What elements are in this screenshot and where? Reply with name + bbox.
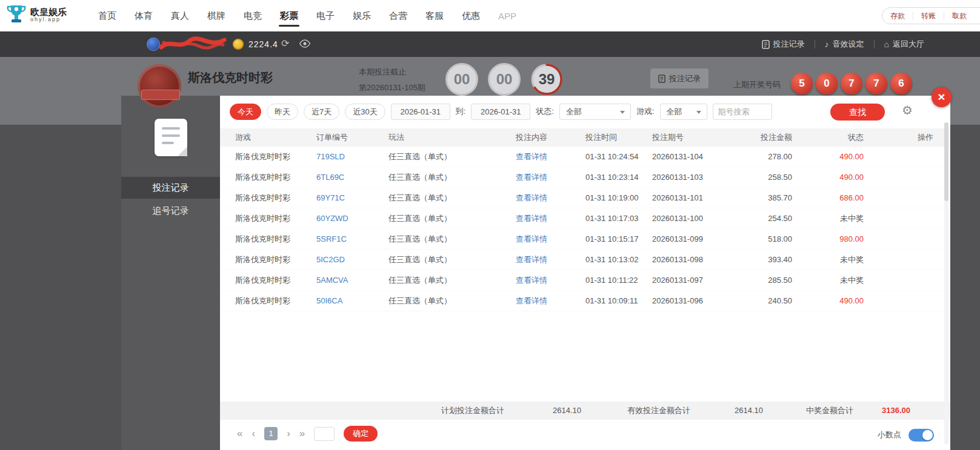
- wallet-buttons: 存款 转账 取款: [882, 7, 980, 24]
- view-detail-link[interactable]: 查看详情: [516, 193, 585, 203]
- status-value: 未中奖: [840, 276, 864, 285]
- view-detail-link[interactable]: 查看详情: [516, 213, 585, 224]
- bet-records-modal: 今天 昨天 近7天 近30天 2026-01-31 到: 2026-01-31 …: [220, 96, 950, 450]
- gear-icon[interactable]: ⚙: [902, 103, 913, 117]
- bet-records-button-dimmed[interactable]: 投注记录: [650, 68, 708, 88]
- brand-logo[interactable]: 欧皇娱乐 ohyl.app: [6, 4, 67, 27]
- cell-status: 686.00: [792, 193, 864, 202]
- document-icon: [658, 74, 665, 83]
- table-row: 斯洛伐克时时彩 5IC2GD 任三直选（单式） 查看详情 01-31 10:13…: [220, 250, 950, 270]
- cell-period: 20260131-098: [652, 255, 732, 264]
- last-page-button[interactable]: »: [299, 428, 305, 440]
- nav-item-service[interactable]: 客服: [424, 2, 445, 30]
- eye-icon[interactable]: [299, 39, 310, 48]
- cell-game: 斯洛伐克时时彩: [235, 296, 316, 306]
- refresh-icon[interactable]: ⟳: [281, 38, 289, 49]
- order-link[interactable]: 5IC2GD: [316, 255, 388, 264]
- date-from-input[interactable]: 2026-01-31: [391, 104, 450, 120]
- filter-bar: 今天 昨天 近7天 近30天 2026-01-31 到: 2026-01-31 …: [230, 103, 772, 120]
- close-icon[interactable]: ×: [932, 87, 952, 107]
- current-page[interactable]: 1: [264, 427, 278, 440]
- nav-item-slots[interactable]: 电子: [315, 2, 336, 30]
- prev-page-button[interactable]: ‹: [252, 428, 255, 440]
- top-nav: 欧皇娱乐 ohyl.app 首页 体育 真人 棋牌 电竞 彩票 电子 娱乐 合营…: [0, 0, 980, 31]
- order-link[interactable]: 69Y71C: [316, 193, 388, 202]
- nav-item-sports[interactable]: 体育: [133, 2, 154, 30]
- user-bar-links: 投注记录 ♪ 音效设定 ⌂ 返回大厅: [762, 31, 924, 57]
- cell-time: 01-31 10:23:14: [585, 173, 652, 182]
- sound-settings-link[interactable]: ♪ 音效设定: [825, 39, 864, 50]
- page-jump-input[interactable]: [314, 427, 335, 441]
- table-header: 游戏 订单编号 玩法 投注内容 投注时间 投注期号 投注金额 状态 操作: [220, 128, 950, 147]
- search-button[interactable]: 查找: [830, 104, 885, 121]
- plan-total-label: 计划投注金额合计: [441, 402, 504, 420]
- date-to-input[interactable]: 2026-01-31: [471, 104, 530, 120]
- quick-filter-today[interactable]: 今天: [230, 104, 261, 120]
- view-detail-link[interactable]: 查看详情: [516, 275, 585, 286]
- view-detail-link[interactable]: 查看详情: [516, 151, 585, 162]
- cell-amount: 518.00: [732, 234, 792, 243]
- bet-records-link[interactable]: 投注记录: [762, 39, 805, 50]
- nav-item-lottery[interactable]: 彩票: [279, 2, 299, 30]
- cell-amount: 240.50: [732, 296, 792, 305]
- nav-item-live[interactable]: 真人: [170, 2, 190, 30]
- view-detail-link[interactable]: 查看详情: [516, 254, 585, 265]
- sidebar-item-chase-records[interactable]: 追号记录: [121, 200, 220, 222]
- last-draw-numbers: 5 0 7 7 6: [791, 73, 912, 94]
- deposit-button[interactable]: 存款: [882, 11, 913, 21]
- nav-item-promo[interactable]: 优惠: [461, 2, 481, 30]
- cell-period: 20260131-097: [652, 276, 732, 285]
- next-page-button[interactable]: ›: [287, 428, 290, 440]
- status-select[interactable]: 全部: [559, 104, 631, 120]
- nav-item-board[interactable]: 棋牌: [206, 2, 227, 30]
- view-detail-link[interactable]: 查看详情: [516, 234, 585, 245]
- transfer-button[interactable]: 转账: [913, 11, 944, 21]
- nav-item-home[interactable]: 首页: [97, 2, 118, 30]
- order-link[interactable]: 5SRF1C: [316, 234, 388, 243]
- cell-play: 任三直选（单式）: [388, 172, 516, 183]
- withdraw-button[interactable]: 取款: [944, 11, 975, 21]
- status-value: 未中奖: [840, 214, 864, 223]
- music-note-icon: ♪: [825, 39, 829, 49]
- game-select[interactable]: 全部: [660, 104, 707, 120]
- status-label: 状态:: [536, 106, 554, 117]
- nav-item-partner[interactable]: 合营: [388, 2, 408, 30]
- chevron-down-icon: [620, 111, 625, 114]
- bet-records-label: 投注记录: [773, 39, 805, 50]
- game-title: 斯洛伐克时时彩: [188, 70, 273, 86]
- cell-game: 斯洛伐克时时彩: [235, 254, 316, 265]
- avatar[interactable]: [147, 38, 160, 51]
- sidebar-item-bet-records[interactable]: 投注记录: [121, 177, 220, 199]
- view-detail-link[interactable]: 查看详情: [516, 296, 585, 306]
- quick-filter-yesterday[interactable]: 昨天: [267, 104, 298, 120]
- order-link[interactable]: 50I6CA: [316, 296, 388, 305]
- nav-item-app[interactable]: APP: [497, 2, 518, 30]
- cell-period: 20260131-100: [652, 214, 732, 223]
- decimal-toggle[interactable]: [908, 429, 934, 442]
- order-link[interactable]: 719SLD: [316, 152, 388, 161]
- view-detail-link[interactable]: 查看详情: [516, 172, 585, 183]
- period-search-input[interactable]: [713, 104, 772, 120]
- modal-scrollbar[interactable]: [944, 122, 948, 445]
- nav-item-entertainment[interactable]: 娱乐: [352, 2, 372, 30]
- back-to-lobby-link[interactable]: ⌂ 返回大厅: [884, 39, 924, 50]
- status-select-value: 全部: [566, 107, 582, 116]
- order-link[interactable]: 5AMCVA: [316, 276, 388, 285]
- countdown-minutes-value: 00: [488, 63, 521, 96]
- valid-total-value: 2614.10: [735, 402, 763, 420]
- quick-filter-7days[interactable]: 近7天: [304, 104, 339, 120]
- game-label: 游戏:: [636, 106, 655, 117]
- nav-item-esports[interactable]: 电竞: [242, 2, 263, 30]
- first-page-button[interactable]: «: [237, 428, 242, 440]
- cell-time: 01-31 10:17:03: [585, 214, 652, 223]
- status-value: 490.00: [839, 296, 864, 305]
- cell-time: 01-31 10:09:11: [585, 296, 652, 305]
- scrollbar-thumb[interactable]: [944, 122, 948, 201]
- quick-filter-30days[interactable]: 近30天: [345, 104, 385, 120]
- order-link[interactable]: 60YZWD: [316, 214, 388, 223]
- win-total-label: 中奖金额合计: [806, 402, 853, 420]
- order-link[interactable]: 6TL69C: [316, 173, 388, 182]
- confirm-button[interactable]: 确定: [344, 426, 378, 442]
- col-play: 玩法: [388, 132, 516, 143]
- status-value: 490.00: [839, 173, 864, 182]
